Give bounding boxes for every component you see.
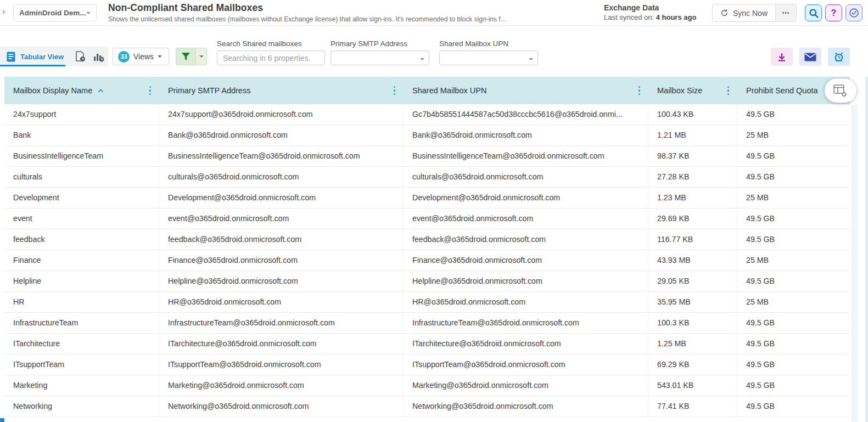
column-menu-dots-icon[interactable]	[391, 83, 398, 98]
chevron-down-icon	[529, 58, 533, 63]
sync-more-options-button[interactable]: •••	[775, 4, 796, 21]
table-row[interactable]: culturals culturals@o365droid.onmicrosof…	[4, 167, 850, 188]
cell-prohibit-send-quota: 25 MB	[737, 292, 850, 312]
table-row[interactable]: BusinessIntelligenceTeam BusinessIntelli…	[4, 146, 850, 167]
chevron-down-icon	[420, 58, 424, 63]
email-report-button[interactable]	[799, 48, 821, 66]
cell-mailbox-display-name: ITsupportTeam	[4, 355, 159, 375]
cell-shared-upn: Gc7b4b58551444587ac50d38cccbc5616@o365dr…	[404, 104, 648, 125]
filter-button-group	[176, 48, 207, 65]
bottom-left-accent	[0, 418, 4, 422]
view-tabs: Tabular View	[0, 47, 108, 66]
column-menu-dots-icon[interactable]	[636, 83, 643, 98]
organization-selector-label: AdminDroid Dem...	[19, 9, 86, 17]
cell-prohibit-send-quota: 49.5 GB	[737, 146, 850, 166]
schedule-alert-button[interactable]	[828, 48, 850, 66]
cell-primary-smtp: feedback@o365droid.onmicrosoft.com	[159, 229, 404, 250]
cell-primary-smtp: InfrastructureTeam@o365droid.onmicrosoft…	[159, 313, 404, 333]
column-header-label: Mailbox Size	[657, 86, 702, 95]
report-title-block: Non-Compliant Shared Mailboxes Shows the…	[108, 2, 506, 23]
table-row[interactable]: Marketing Marketing@o365droid.onmicrosof…	[4, 375, 850, 396]
cell-mailbox-size: 27.28 KB	[648, 167, 737, 187]
views-label: Views	[133, 52, 154, 61]
search-field-label: Search Shared mailboxes	[217, 40, 325, 48]
chevron-down-icon	[86, 12, 91, 16]
sync-now-label: Sync Now	[733, 9, 768, 18]
cell-mailbox-size: 1.21 MB	[648, 125, 737, 145]
cell-mailbox-display-name: Finance	[4, 250, 159, 271]
column-header-primary-smtp[interactable]: Primary SMTP Address	[159, 77, 404, 104]
cell-prohibit-send-quota: 49.5 GB	[737, 104, 850, 125]
table-row[interactable]: 24x7support 24x7support@o365droid.onmicr…	[4, 104, 850, 125]
table-row[interactable]: Finance Finance@o365droid.onmicrosoft.co…	[4, 250, 850, 271]
sync-status: Exchange Data Last synced on: 4 hours ag…	[604, 3, 696, 21]
column-header-label: Shared Mailbox UPN	[412, 86, 486, 95]
cell-primary-smtp: Finance@o365droid.onmicrosoft.com	[159, 250, 404, 271]
sync-icon	[720, 9, 729, 17]
cell-primary-smtp: culturals@o365droid.onmicrosoft.com	[159, 167, 404, 187]
audit-status-button[interactable]	[845, 4, 863, 21]
cell-prohibit-send-quota: 49.5 GB	[737, 271, 850, 291]
table-row[interactable]: event event@o365droid.onmicrosoft.com ev…	[4, 209, 850, 229]
cell-mailbox-size: 35.95 MB	[648, 292, 737, 312]
column-header-shared-upn[interactable]: Shared Mailbox UPN	[404, 77, 648, 104]
email-icon	[804, 53, 816, 61]
cell-primary-smtp: event@o365droid.onmicrosoft.com	[159, 209, 404, 229]
filter-button[interactable]	[176, 48, 196, 65]
organization-selector[interactable]: AdminDroid Dem...	[13, 4, 97, 21]
help-button[interactable]: ?	[825, 4, 842, 21]
tab-scheduled-report[interactable]	[71, 47, 89, 66]
cell-prohibit-send-quota: 49.5 GB	[737, 396, 850, 417]
column-menu-dots-icon[interactable]	[147, 83, 154, 98]
filter-dropdown-button[interactable]	[196, 48, 207, 65]
search-icon	[809, 8, 819, 18]
column-header-label: Primary SMTP Address	[168, 86, 250, 95]
cell-mailbox-size: 98.37 KB	[648, 146, 737, 166]
smtp-filter-select[interactable]	[331, 50, 429, 65]
cell-mailbox-size: 100.3 KB	[648, 313, 737, 333]
table-row[interactable]: HR HR@o365droid.onmicrosoft.com HR@o365d…	[4, 292, 850, 313]
cell-primary-smtp: Helpline@o365droid.onmicrosoft.com	[159, 271, 404, 291]
table-row[interactable]: ITsupportTeam ITsupportTeam@o365droid.on…	[4, 355, 850, 375]
global-search-button[interactable]	[805, 4, 822, 21]
export-download-button[interactable]	[771, 48, 793, 66]
upn-filter-select[interactable]	[439, 50, 538, 65]
cell-primary-smtp: Bank@o365droid.onmicrosoft.com	[159, 125, 404, 145]
active-tab-underline	[0, 65, 65, 66]
sync-now-button[interactable]: Sync Now	[713, 4, 775, 21]
table-body: 24x7support 24x7support@o365droid.onmicr…	[4, 104, 850, 417]
table-row[interactable]: Bank Bank@o365droid.onmicrosoft.com Bank…	[4, 125, 850, 146]
cell-primary-smtp: ITarchitecture@o365droid.onmicrosoft.com	[159, 334, 404, 354]
cell-shared-upn: Development@o365droid.onmicrosoft.com	[404, 188, 648, 208]
cell-primary-smtp: 24x7support@o365droid.onmicrosoft.com	[159, 104, 404, 125]
top-bar: › AdminDroid Dem... Non-Compliant Shared…	[0, 0, 868, 26]
table-row[interactable]: ITarchitecture ITarchitecture@o365droid.…	[4, 334, 850, 355]
column-chooser-button[interactable]	[825, 78, 856, 103]
views-dropdown-button[interactable]: 33 Views	[113, 48, 169, 65]
column-header-mailbox-display-name[interactable]: Mailbox Display Name	[4, 77, 159, 104]
cell-mailbox-size: 29.69 KB	[648, 209, 737, 229]
sort-asc-icon	[98, 89, 104, 93]
last-synced-value: 4 hours ago	[656, 13, 697, 21]
cell-mailbox-size: 77.41 KB	[648, 396, 737, 417]
column-header-mailbox-size[interactable]: Mailbox Size	[648, 77, 737, 104]
table-row[interactable]: Helpline Helpline@o365droid.onmicrosoft.…	[4, 271, 850, 292]
tab-chart-view[interactable]	[89, 47, 108, 66]
vertical-scrollbar[interactable]	[851, 105, 858, 422]
table-row[interactable]: feedback feedback@o365droid.onmicrosoft.…	[4, 229, 850, 250]
cell-shared-upn: BusinessIntelligenceTeam@o365droid.onmic…	[404, 146, 648, 166]
table-row[interactable]: Development Development@o365droid.onmicr…	[4, 188, 850, 209]
table-row[interactable]: Networking Networking@o365droid.onmicros…	[4, 396, 850, 417]
cell-shared-upn: Finance@o365droid.onmicrosoft.com	[404, 250, 648, 271]
sidebar-collapse-button[interactable]: ›	[2, 7, 5, 16]
tab-tabular-view[interactable]: Tabular View	[0, 47, 71, 66]
download-icon	[777, 52, 787, 62]
cell-primary-smtp: Development@o365droid.onmicrosoft.com	[159, 188, 404, 208]
cell-shared-upn: HR@o365droid.onmicrosoft.com	[404, 292, 648, 312]
column-menu-dots-icon[interactable]	[725, 83, 732, 98]
data-source-name: Exchange Data	[604, 3, 696, 12]
cell-primary-smtp: Networking@o365droid.onmicrosoft.com	[159, 396, 404, 417]
table-row[interactable]: InfrastructureTeam InfrastructureTeam@o3…	[4, 313, 850, 334]
chevron-down-icon	[158, 55, 162, 60]
search-input[interactable]	[217, 50, 325, 65]
